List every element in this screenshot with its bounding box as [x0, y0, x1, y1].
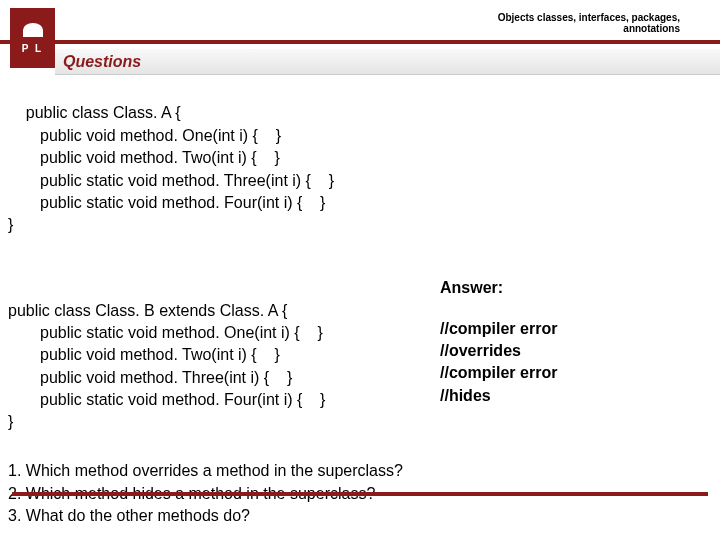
logo-emblem-icon	[23, 23, 43, 37]
logo-letters: P L	[22, 43, 43, 54]
header-divider	[0, 40, 720, 44]
classA-method1: public void method. One(int i) { }	[8, 125, 700, 147]
answer-line4: //hides	[440, 385, 557, 407]
classA-close: }	[8, 216, 13, 233]
classA-method3: public static void method. Three(int i) …	[8, 170, 700, 192]
classB-code: public class Class. B extends Class. A {…	[8, 277, 700, 456]
answer-heading: Answer:	[440, 277, 557, 299]
classB-decl: public class Class. B extends Class. A {	[8, 302, 287, 319]
classA-method4: public static void method. Four(int i) {…	[8, 192, 700, 214]
breadcrumb-line1: Objects classes, interfaces, packages,	[498, 12, 680, 23]
section-title: Questions	[63, 53, 141, 71]
answer-line2: //overrides	[440, 340, 557, 362]
classB-method3: public void method. Three(int i) { }	[8, 367, 700, 389]
footer-divider	[12, 492, 708, 496]
question-3: 3. What do the other methods do?	[8, 505, 700, 527]
answer-box: Answer: //compiler error //overrides //c…	[440, 277, 557, 407]
classB-close: }	[8, 413, 13, 430]
breadcrumb-line2: annotations	[498, 23, 680, 34]
title-bar: Questions	[55, 49, 720, 75]
breadcrumb: Objects classes, interfaces, packages, a…	[498, 12, 680, 34]
main-content: public class Class. A { public void meth…	[8, 80, 700, 527]
answer-line1: //compiler error	[440, 318, 557, 340]
logo: P L	[10, 8, 55, 68]
classA-decl: public class Class. A {	[26, 104, 181, 121]
classA-method2: public void method. Two(int i) { }	[8, 147, 700, 169]
answer-line3: //compiler error	[440, 362, 557, 384]
classB-method2: public void method. Two(int i) { }	[8, 344, 700, 366]
question-1: 1. Which method overrides a method in th…	[8, 460, 700, 482]
classB-method4: public static void method. Four(int i) {…	[8, 389, 700, 411]
classA-code: public class Class. A { public void meth…	[8, 80, 700, 259]
classB-section: public class Class. B extends Class. A {…	[8, 277, 700, 456]
classB-method1: public static void method. One(int i) { …	[8, 322, 700, 344]
